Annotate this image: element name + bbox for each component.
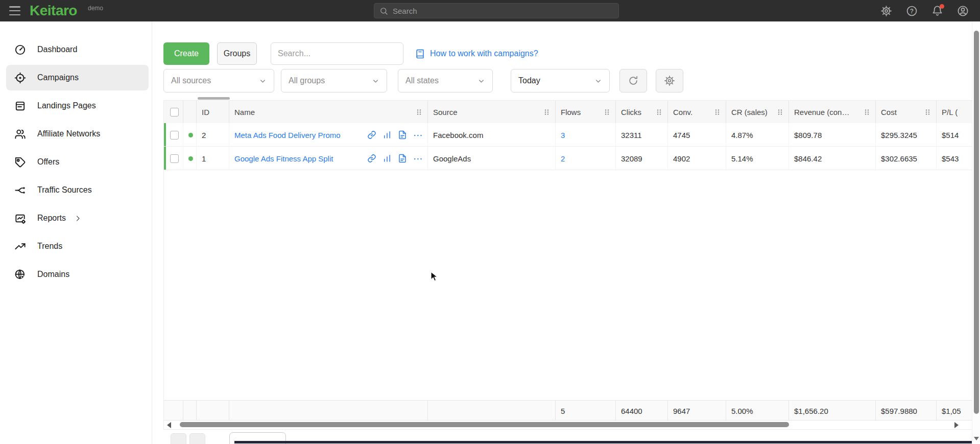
campaign-cost-cell: $295.3245 <box>876 123 937 147</box>
scroll-right-arrow-icon[interactable] <box>954 422 959 428</box>
row-checkbox[interactable] <box>170 131 179 139</box>
note-icon[interactable] <box>398 154 407 163</box>
settings-gear-icon[interactable] <box>880 5 892 17</box>
campaign-name-link[interactable]: Meta Ads Food Delivery Promo <box>234 131 341 139</box>
campaign-flows-cell: 3 <box>556 123 616 147</box>
date-range-select[interactable]: Today <box>511 69 610 92</box>
sidebar-item-label: Dashboard <box>37 45 77 54</box>
more-actions-icon[interactable]: ⋯ <box>413 154 423 163</box>
campaign-conv-cell: 4902 <box>668 147 726 170</box>
sidebar-item-dashboard[interactable]: Dashboard <box>6 37 149 62</box>
flows-count-link[interactable]: 2 <box>561 154 565 163</box>
groups-button[interactable]: Groups <box>217 42 257 65</box>
account-avatar-icon[interactable] <box>957 5 969 17</box>
totals-empty-cell <box>197 401 229 421</box>
scroll-left-arrow-icon[interactable] <box>167 422 171 428</box>
filter-row: All sources All groups All states Today <box>163 69 692 92</box>
campaign-flows-cell: 2 <box>556 147 616 170</box>
vertical-scrollbar-thumb[interactable] <box>974 31 979 414</box>
sidebar-item-reports[interactable]: Reports <box>6 205 149 231</box>
select-all-checkbox[interactable] <box>170 108 179 116</box>
offers-icon: $ <box>14 156 26 168</box>
column-header-pl[interactable]: P/L ( <box>937 101 972 123</box>
landings-icon <box>14 100 26 112</box>
groups-filter-select[interactable]: All groups <box>281 69 387 92</box>
column-drag-handle-icon[interactable] <box>777 109 783 115</box>
column-header-revenue[interactable]: Revenue (con… <box>789 101 876 123</box>
column-header-clicks[interactable]: Clicks <box>616 101 668 123</box>
campaign-search-input[interactable] <box>271 42 403 65</box>
table-top-scrollbar-thumb[interactable] <box>198 97 230 100</box>
column-label: Name <box>234 108 255 116</box>
column-drag-handle-icon[interactable] <box>416 109 422 115</box>
help-icon[interactable]: ? <box>906 5 918 17</box>
dashboard-icon <box>14 44 26 56</box>
column-label: ID <box>202 108 209 116</box>
states-filter-select[interactable]: All states <box>398 69 493 92</box>
pagination-button-prev[interactable] <box>171 433 186 444</box>
help-campaigns-link[interactable]: How to work with campaigns? <box>415 49 538 59</box>
create-button[interactable]: Create <box>163 42 209 65</box>
sources-filter-select[interactable]: All sources <box>163 69 274 92</box>
column-label: Flows <box>561 108 581 116</box>
column-header-select <box>164 101 183 123</box>
chart-icon[interactable] <box>383 130 392 139</box>
pagination-button-next[interactable] <box>189 433 205 444</box>
column-header-source[interactable]: Source <box>428 101 556 123</box>
sidebar-item-label: Domains <box>37 270 69 279</box>
app-window: Keitaro demo ? DashboardCampaignsLand <box>0 0 980 444</box>
campaign-name-cell: Google Ads Fitness App Split⋯ <box>229 147 428 170</box>
column-header-conv[interactable]: Conv. <box>668 101 726 123</box>
column-drag-handle-icon[interactable] <box>604 109 610 115</box>
flows-count-link[interactable]: 3 <box>561 131 565 139</box>
column-header-name[interactable]: Name <box>229 101 428 123</box>
sidebar-item-traffic-sources[interactable]: Traffic Sources <box>6 177 149 203</box>
sidebar-item-offers[interactable]: $Offers <box>6 149 149 175</box>
column-header-id[interactable]: ID <box>197 101 229 123</box>
column-drag-handle-icon[interactable] <box>924 109 931 115</box>
totals-cr-cell: 5.00% <box>726 401 789 421</box>
campaign-cost-cell: $302.6635 <box>876 147 937 170</box>
sidebar-item-domains[interactable]: Domains <box>6 262 149 287</box>
totals-flows-cell: 5 <box>556 401 616 421</box>
column-drag-handle-icon[interactable] <box>864 109 870 115</box>
scroll-down-arrow-icon[interactable] <box>974 437 979 440</box>
bottom-edge-bar <box>234 441 972 443</box>
global-search-input[interactable] <box>393 7 613 15</box>
status-dot <box>188 133 193 137</box>
row-checkbox[interactable] <box>170 154 179 163</box>
column-header-flows[interactable]: Flows <box>556 101 616 123</box>
horizontal-scrollbar-thumb[interactable] <box>180 422 789 427</box>
global-search[interactable] <box>374 3 619 18</box>
campaign-name-link[interactable]: Google Ads Fitness App Split <box>234 154 333 163</box>
more-actions-icon[interactable]: ⋯ <box>413 130 423 140</box>
campaigns-toolbar: Create Groups How to work with campaigns… <box>163 42 538 65</box>
notifications-bell-icon[interactable] <box>931 5 943 17</box>
sidebar-item-trends[interactable]: Trends <box>6 233 149 259</box>
refresh-button[interactable] <box>619 69 647 92</box>
column-header-cr[interactable]: CR (sales) <box>726 101 789 123</box>
link-icon[interactable] <box>367 130 376 139</box>
sidebar-item-landings-pages[interactable]: Landings Pages <box>6 93 149 119</box>
row-status-cell <box>183 123 197 147</box>
sidebar-item-campaigns[interactable]: Campaigns <box>6 65 149 90</box>
totals-empty-cell <box>183 401 197 421</box>
totals-conv-cell: 9647 <box>668 401 726 421</box>
sidebar-item-affiliate-networks[interactable]: Affiliate Networks <box>6 121 149 147</box>
campaigns-icon <box>14 72 26 84</box>
chart-icon[interactable] <box>383 154 392 163</box>
column-header-cost[interactable]: Cost <box>876 101 937 123</box>
campaign-cr-cell: 4.87% <box>726 123 789 147</box>
column-header-status <box>183 101 197 123</box>
main-content: Create Groups How to work with campaigns… <box>152 21 980 444</box>
note-icon[interactable] <box>398 130 407 139</box>
domains-icon <box>14 269 26 281</box>
env-badge: demo <box>88 5 103 12</box>
hamburger-menu-icon[interactable] <box>9 6 20 15</box>
table-settings-button[interactable] <box>656 69 683 92</box>
column-drag-handle-icon[interactable] <box>656 109 662 115</box>
link-icon[interactable] <box>367 154 376 163</box>
column-drag-handle-icon[interactable] <box>543 109 550 115</box>
campaign-row-actions: ⋯ <box>367 154 423 163</box>
column-drag-handle-icon[interactable] <box>714 109 721 115</box>
